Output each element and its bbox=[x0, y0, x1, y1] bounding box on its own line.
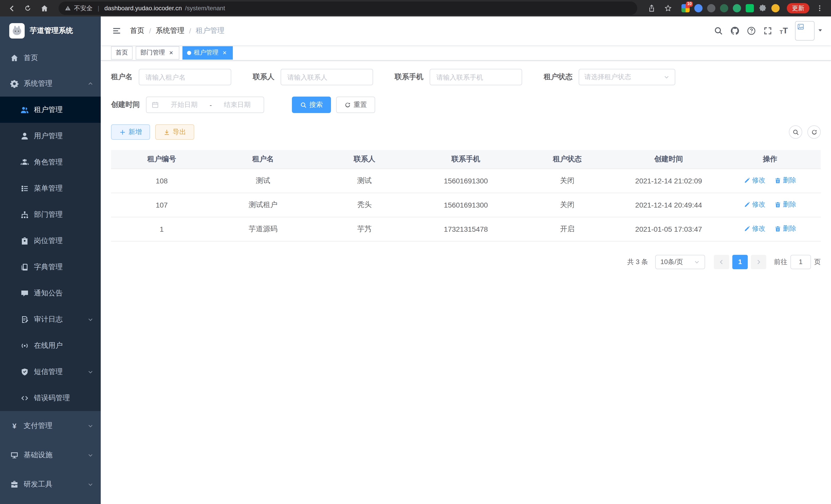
sidebar-item-dept[interactable]: 部门管理 bbox=[0, 201, 101, 228]
back-button[interactable] bbox=[5, 2, 18, 14]
cell-phone: 15601691300 bbox=[415, 169, 517, 192]
sidebar-item-audit-log[interactable]: 审计日志 bbox=[0, 306, 101, 332]
sidebar-item-infra[interactable]: 基础设施 bbox=[0, 440, 101, 470]
add-button[interactable]: 新增 bbox=[111, 124, 150, 140]
edit-button[interactable]: 修改 bbox=[744, 176, 766, 185]
sidebar-item-label: 研发工具 bbox=[24, 480, 52, 489]
header-search-button[interactable] bbox=[714, 26, 723, 35]
pencil-icon bbox=[744, 177, 751, 184]
avatar bbox=[795, 21, 814, 40]
sidebar-item-dev-tool[interactable]: 研发工具 bbox=[0, 470, 101, 499]
tab-tenant[interactable]: 租户管理× bbox=[182, 46, 233, 59]
browser-menu-button[interactable] bbox=[813, 2, 826, 14]
prev-page-button[interactable] bbox=[714, 255, 729, 269]
tab-dept[interactable]: 部门管理× bbox=[136, 46, 179, 59]
export-button[interactable]: 导出 bbox=[155, 124, 194, 140]
sidebar-item-system[interactable]: 系统管理 bbox=[0, 71, 101, 97]
sidebar-item-label: 用户管理 bbox=[34, 131, 63, 141]
sidebar-toggle-button[interactable] bbox=[109, 23, 125, 39]
refresh-table-button[interactable] bbox=[807, 125, 821, 139]
address-bar[interactable]: 不安全 | dashboard.yudao.iocoder.cn/system/… bbox=[59, 2, 637, 15]
trash-icon bbox=[775, 226, 781, 232]
fullscreen-button[interactable] bbox=[763, 26, 772, 35]
extension-grid[interactable]: 10 bbox=[682, 4, 690, 12]
status-select[interactable]: 请选择租户状态 bbox=[579, 69, 675, 85]
table-row: 107测试租户秃头15601691300关闭2021-12-14 20:49:4… bbox=[111, 192, 821, 217]
sidebar-item-dict[interactable]: 字典管理 bbox=[0, 254, 101, 280]
page-size-select[interactable]: 10条/页 bbox=[655, 255, 705, 269]
goto-page-input[interactable] bbox=[791, 255, 811, 269]
chevron-up-icon bbox=[87, 81, 93, 87]
help-button[interactable] bbox=[747, 26, 756, 35]
security-label: 不安全 bbox=[74, 4, 92, 12]
phone-input[interactable] bbox=[430, 69, 522, 85]
user-avatar-dropdown[interactable] bbox=[795, 21, 823, 40]
sidebar-item-label: 系统管理 bbox=[24, 79, 52, 88]
sidebar-item-label: 通知公告 bbox=[34, 289, 63, 298]
date-range-picker[interactable]: 开始日期 - 结束日期 bbox=[146, 97, 264, 113]
sidebar-item-user[interactable]: 用户管理 bbox=[0, 123, 101, 149]
sidebar-item-notice[interactable]: 通知公告 bbox=[0, 280, 101, 306]
breadcrumb-system[interactable]: 系统管理 bbox=[156, 26, 184, 35]
extension-green-square-icon bbox=[746, 4, 754, 12]
share-button[interactable] bbox=[646, 2, 658, 14]
chevron-down-icon bbox=[87, 422, 93, 429]
cell-contact: 芋艿 bbox=[314, 217, 415, 241]
extension-puzzle[interactable] bbox=[758, 4, 767, 12]
edit-button[interactable]: 修改 bbox=[744, 200, 766, 209]
extension-dark-circle-icon bbox=[707, 4, 715, 12]
goto-suffix: 页 bbox=[814, 257, 821, 266]
breadcrumb-current: 租户管理 bbox=[196, 26, 225, 35]
tab-home[interactable]: 首页 bbox=[111, 46, 133, 59]
home-button[interactable] bbox=[38, 2, 50, 14]
search-icon bbox=[300, 101, 307, 108]
sidebar-item-error-code[interactable]: 错误码管理 bbox=[0, 385, 101, 411]
breadcrumb-home[interactable]: 首页 bbox=[130, 26, 144, 35]
extension-green-square[interactable] bbox=[746, 4, 754, 12]
close-tab-icon[interactable]: × bbox=[221, 49, 228, 56]
kebab-icon bbox=[816, 5, 823, 12]
delete-button[interactable]: 删除 bbox=[775, 176, 796, 185]
delete-button[interactable]: 删除 bbox=[775, 224, 796, 234]
pencil-icon bbox=[744, 226, 751, 232]
extension-yellow-circle[interactable] bbox=[771, 4, 780, 12]
sidebar-item-sms[interactable]: 短信管理 bbox=[0, 359, 101, 385]
next-page-button[interactable] bbox=[751, 255, 766, 269]
extension-blue-circle[interactable] bbox=[694, 4, 703, 12]
bookmark-button[interactable] bbox=[662, 2, 674, 14]
delete-button[interactable]: 删除 bbox=[775, 200, 796, 209]
extension-green-circle[interactable] bbox=[733, 4, 741, 12]
sidebar-item-online-user[interactable]: 在线用户 bbox=[0, 332, 101, 359]
sidebar-item-label: 岗位管理 bbox=[34, 236, 63, 245]
close-tab-icon[interactable]: × bbox=[168, 49, 175, 56]
update-button[interactable]: 更新 bbox=[787, 3, 809, 13]
sidebar-item-menu[interactable]: 菜单管理 bbox=[0, 175, 101, 201]
reset-button[interactable]: 重置 bbox=[336, 97, 375, 113]
chevron-down-icon bbox=[694, 259, 700, 265]
badge-icon bbox=[21, 237, 29, 245]
reload-icon bbox=[24, 5, 31, 12]
extension-dark-green-circle[interactable] bbox=[720, 4, 728, 12]
tenant-name-input[interactable] bbox=[139, 69, 231, 85]
page-1-button[interactable]: 1 bbox=[732, 255, 748, 269]
warning-icon bbox=[65, 5, 71, 11]
sidebar-item-role[interactable]: 角色管理 bbox=[0, 149, 101, 175]
delete-button-label: 删除 bbox=[783, 176, 796, 185]
github-link[interactable] bbox=[730, 26, 740, 35]
sidebar-item-post[interactable]: 岗位管理 bbox=[0, 228, 101, 254]
reload-button[interactable] bbox=[22, 2, 34, 14]
sidebar-item-tenant[interactable]: 租户管理 bbox=[0, 97, 101, 123]
search-button[interactable]: 搜索 bbox=[292, 97, 331, 113]
toggle-search-button[interactable] bbox=[789, 125, 802, 139]
sidebar-item-pay[interactable]: ¥支付管理 bbox=[0, 411, 101, 440]
edit-button[interactable]: 修改 bbox=[744, 224, 766, 234]
app-logo: 芋道管理系统 bbox=[0, 17, 101, 45]
breadcrumb-separator: / bbox=[149, 27, 151, 35]
font-size-button[interactable]: TT bbox=[780, 27, 788, 35]
extension-dark-circle[interactable] bbox=[707, 4, 715, 12]
contact-input[interactable] bbox=[281, 69, 373, 85]
contact-label: 联系人 bbox=[253, 72, 275, 82]
cell-status: 关闭 bbox=[516, 169, 618, 192]
tags-view-bar: 首页部门管理×租户管理× bbox=[101, 45, 831, 61]
sidebar-item-home[interactable]: 首页 bbox=[0, 45, 101, 71]
